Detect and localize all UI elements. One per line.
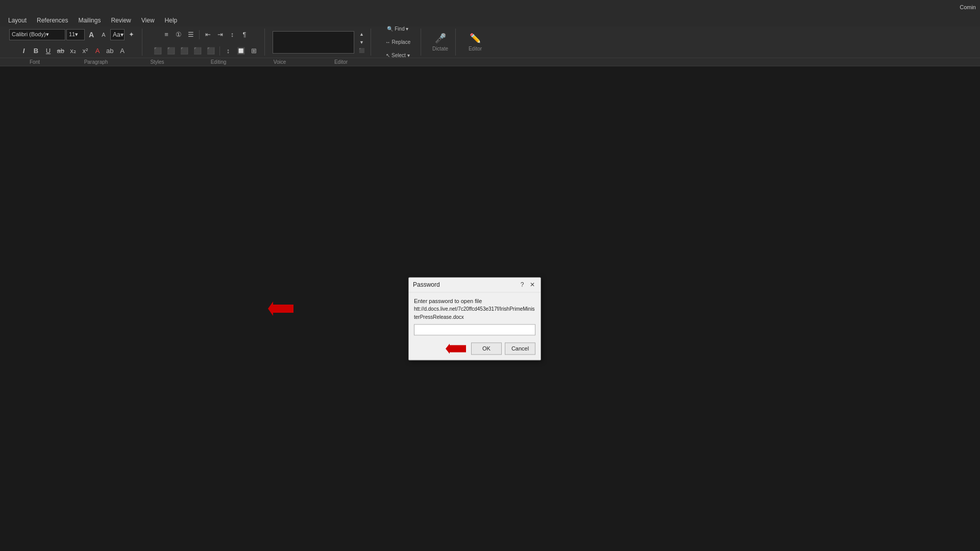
ribbon: Calibri (Body)▾ 11▾ A A Aa▾ ✦ I B U ab x… — [0, 27, 980, 58]
ok-button[interactable]: OK — [471, 343, 502, 355]
replace-btn[interactable]: ↔ Replace — [383, 37, 412, 48]
dialog-message-line1: Enter password to open file — [414, 298, 482, 304]
dialog-close-button[interactable]: ✕ — [528, 281, 536, 289]
paragraph-group-label: Paragraph — [65, 59, 127, 65]
left-arrow-indicator — [268, 302, 293, 316]
dialog-titlebar: Password ? ✕ — [409, 278, 541, 292]
shading-btn[interactable]: 🔲 — [235, 45, 247, 57]
menu-mailings[interactable]: Mailings — [74, 16, 105, 25]
justify-btn[interactable]: ⬛ — [191, 45, 204, 57]
font-size-selector[interactable]: 11▾ — [66, 29, 85, 40]
case-btn[interactable]: Aa▾ — [110, 29, 125, 40]
dialog-title: Password — [413, 281, 440, 288]
editor-group-label: Editor — [310, 59, 372, 65]
styles-arrows: ▲ ▼ ⬛ — [356, 31, 368, 54]
shrink-font-btn[interactable]: A — [98, 29, 109, 40]
numbering-btn[interactable]: ① — [173, 29, 184, 40]
password-input[interactable] — [414, 324, 535, 336]
font-group: Calibri (Body)▾ 11▾ A A Aa▾ ✦ I B U ab x… — [4, 29, 142, 56]
text-effect-btn[interactable]: A — [116, 45, 128, 57]
sep2 — [219, 46, 220, 56]
cancel-button[interactable]: Cancel — [505, 343, 535, 355]
editor-label: Editor — [469, 46, 482, 52]
sep1 — [199, 30, 200, 39]
main-content: Password ? ✕ Enter password to open file… — [0, 66, 980, 551]
col-layout-btn[interactable]: ⬛ — [205, 45, 217, 57]
styles-row: ▲ ▼ ⬛ — [273, 31, 368, 54]
sort-btn[interactable]: ↕ — [227, 29, 238, 40]
editing-group: 🔍 Find ▾ ↔ Replace ↖ Select ▾ — [375, 29, 421, 56]
font-row2: I B U ab x₂ x² A ab A — [15, 44, 131, 58]
styles-up-btn[interactable]: ▲ — [356, 31, 368, 38]
editing-row2: ↔ Replace — [383, 37, 412, 48]
dialog-controls: ? ✕ — [518, 281, 536, 289]
styles-group-label: Styles — [127, 59, 188, 65]
select-btn[interactable]: ↖ Select ▾ — [384, 50, 411, 61]
line-spacing-btn[interactable]: ↕ — [223, 45, 234, 57]
editor-btn[interactable]: ✏️ — [468, 33, 483, 44]
font-selector[interactable]: Calibri (Body)▾ — [9, 29, 65, 40]
dictate-btn[interactable]: 🎤 — [433, 33, 448, 44]
show-marks-btn[interactable]: ¶ — [239, 29, 250, 40]
bold-btn[interactable]: I — [18, 45, 30, 57]
editing-row1: 🔍 Find ▾ — [385, 23, 410, 35]
align-right-btn[interactable]: ⬛ — [178, 45, 190, 57]
subscript-btn[interactable]: x₂ — [67, 45, 79, 57]
ribbon-bottom: Font Paragraph Styles Editing Voice Edit… — [0, 58, 980, 66]
editing-group-label: Editing — [188, 59, 249, 65]
find-btn[interactable]: 🔍 Find ▾ — [385, 23, 410, 35]
menu-references[interactable]: References — [33, 16, 72, 25]
top-bar: Comin — [0, 0, 980, 14]
dialog-message-line2: htt://d.docs.live.net/7c20ffcd453e317f/I… — [414, 307, 535, 320]
align-center-btn[interactable]: ⬛ — [165, 45, 177, 57]
editing-row3: ↖ Select ▾ — [384, 50, 411, 61]
font-row1: Calibri (Body)▾ 11▾ A A Aa▾ ✦ — [6, 27, 140, 42]
superscript-btn[interactable]: x² — [80, 45, 91, 57]
highlight-btn[interactable]: ab — [104, 45, 115, 57]
font-color-btn[interactable]: A — [92, 45, 103, 57]
dialog-body: Enter password to open file htt://d.docs… — [409, 292, 541, 339]
svg-marker-0 — [268, 302, 293, 316]
menu-bar: Layout References Mailings Review View H… — [0, 14, 980, 27]
multilevel-btn[interactable]: ☰ — [185, 29, 197, 40]
styles-group: ▲ ▼ ⬛ — [269, 29, 371, 56]
menu-layout[interactable]: Layout — [4, 16, 31, 25]
border-btn[interactable]: ⊞ — [248, 45, 259, 57]
styles-down-btn[interactable]: ▼ — [356, 39, 368, 46]
paragraph-group: ≡ ① ☰ ⇤ ⇥ ↕ ¶ ⬛ ⬛ ⬛ ⬛ ⬛ ↕ 🔲 ⊞ — [146, 29, 265, 56]
italic-btn[interactable]: B — [31, 45, 42, 57]
menu-review[interactable]: Review — [107, 16, 135, 25]
para-row2: ⬛ ⬛ ⬛ ⬛ ⬛ ↕ 🔲 ⊞ — [149, 44, 262, 58]
align-left-btn[interactable]: ⬛ — [152, 45, 164, 57]
bullets-btn[interactable]: ≡ — [161, 29, 172, 40]
dialog-footer: OK Cancel — [409, 340, 541, 360]
menu-help[interactable]: Help — [161, 16, 182, 25]
underline-btn[interactable]: U — [43, 45, 54, 57]
dialog-message: Enter password to open file htt://d.docs… — [414, 297, 535, 321]
password-dialog: Password ? ✕ Enter password to open file… — [408, 277, 541, 360]
dialog-help-button[interactable]: ? — [518, 281, 526, 289]
increase-indent-btn[interactable]: ⇥ — [214, 29, 226, 40]
editor-group: ✏️ Editor — [460, 29, 491, 56]
ok-arrow-indicator — [446, 344, 466, 354]
clear-format-btn[interactable]: ✦ — [126, 29, 137, 40]
grow-font-btn[interactable]: A — [86, 29, 97, 40]
svg-marker-1 — [446, 344, 466, 354]
dictate-label: Dictate — [432, 46, 448, 52]
voice-group-label: Voice — [249, 59, 310, 65]
para-row1: ≡ ① ☰ ⇤ ⇥ ↕ ¶ — [158, 27, 253, 42]
strikethrough-btn[interactable]: ab — [55, 45, 66, 57]
decrease-indent-btn[interactable]: ⇤ — [202, 29, 213, 40]
menu-view[interactable]: View — [137, 16, 159, 25]
styles-more-btn[interactable]: ⬛ — [356, 47, 368, 54]
font-group-label: Font — [4, 59, 65, 65]
styles-gallery[interactable] — [273, 31, 354, 54]
top-bar-text: Comin — [960, 4, 976, 10]
voice-group: 🎤 Dictate — [425, 29, 456, 56]
